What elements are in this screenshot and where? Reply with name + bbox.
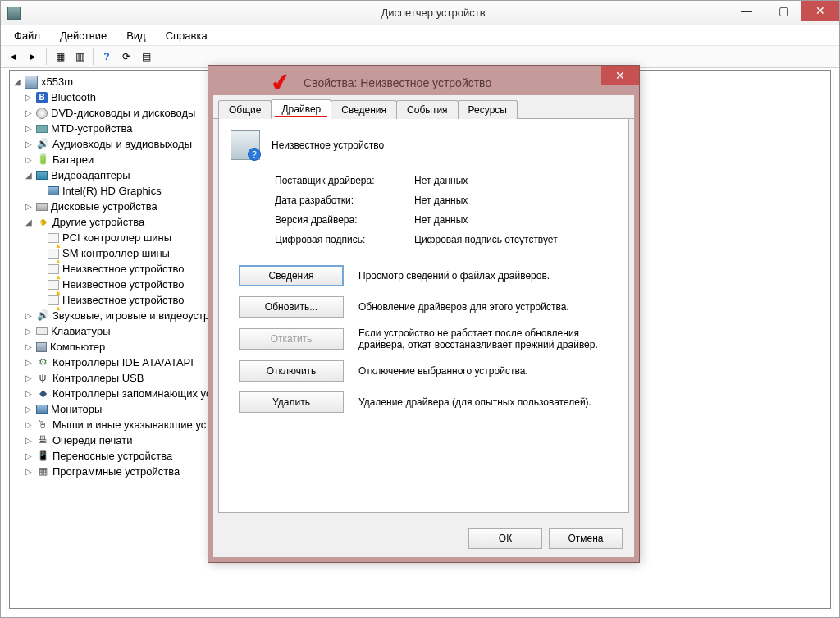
dialog-title-text: Свойства: Неизвестное устройство	[304, 76, 491, 89]
tab-events[interactable]: События	[396, 100, 459, 119]
details-button[interactable]: Сведения	[239, 265, 344, 286]
printer-icon: 🖶	[36, 434, 49, 447]
display-icon	[36, 171, 48, 180]
row-disable: Отключить Отключение выбранного устройст…	[239, 360, 617, 382]
warning-icon	[48, 295, 59, 305]
dvd-icon	[36, 108, 48, 119]
row-details: Сведения Просмотр сведений о файлах драй…	[239, 265, 617, 286]
uninstall-button[interactable]: Удалить	[239, 391, 344, 413]
battery-icon: 🔋	[36, 153, 49, 167]
annotation-checkmark: ✔	[268, 67, 291, 97]
audio-icon: 🔊	[36, 138, 49, 151]
label-signature: Цифровая подпись:	[275, 234, 414, 245]
warning-icon	[48, 280, 59, 290]
label-provider: Поставщик драйвера:	[275, 175, 414, 186]
disable-desc: Отключение выбранного устройства.	[358, 365, 617, 377]
rollback-desc: Если устройство не работает после обновл…	[358, 327, 617, 350]
tab-resources[interactable]: Ресурсы	[458, 100, 518, 119]
device-icon	[231, 130, 260, 160]
usb-icon: ψ	[36, 372, 49, 385]
computer-node-icon	[36, 342, 47, 352]
menu-help[interactable]: Справка	[158, 27, 216, 44]
device-name: Неизвестное устройство	[272, 140, 384, 151]
menu-action[interactable]: Действие	[52, 27, 115, 44]
graphics-icon	[48, 186, 59, 195]
uninstall-desc: Удаление драйвера (для опытных пользоват…	[358, 396, 617, 408]
update-desc: Обновление драйверов для этого устройств…	[358, 301, 617, 313]
mtd-icon	[36, 125, 48, 133]
tab-body: Неизвестное устройство Поставщик драйвер…	[218, 119, 629, 513]
scan-hardware-icon[interactable]: ▤	[137, 48, 155, 66]
other-icon: ◆	[36, 216, 49, 229]
ide-icon: ⚙	[36, 356, 49, 369]
mouse-icon: 🖱	[36, 419, 49, 432]
value-provider: Нет данных	[414, 175, 617, 186]
tab-general[interactable]: Общие	[218, 100, 272, 119]
portable-icon: 📱	[36, 450, 49, 463]
driver-info: Поставщик драйвера: Нет данных Дата разр…	[275, 175, 617, 245]
minimize-button[interactable]: —	[728, 1, 765, 21]
scan-icon[interactable]: ▦	[51, 48, 69, 66]
value-date: Нет данных	[414, 195, 617, 206]
warning-icon	[48, 249, 59, 259]
rollback-button: Откатить	[239, 328, 344, 350]
help-icon[interactable]: ?	[98, 48, 116, 66]
separator	[46, 48, 47, 65]
tab-driver[interactable]: Драйвер	[271, 99, 331, 119]
dialog-titlebar: ✔ Свойства: Неизвестное устройство ✕	[213, 71, 634, 95]
software-icon: ▦	[36, 465, 49, 478]
cancel-button[interactable]: Отмена	[549, 528, 623, 549]
bluetooth-icon: B	[36, 92, 48, 103]
sound-icon: 🔊	[36, 309, 49, 323]
row-update: Обновить... Обновление драйверов для это…	[239, 296, 617, 318]
warning-icon	[48, 233, 59, 243]
menu-view[interactable]: Вид	[118, 27, 154, 44]
menubar: Файл Действие Вид Справка	[1, 25, 839, 45]
separator	[93, 48, 94, 65]
dialog-close-button[interactable]: ✕	[601, 66, 639, 85]
dialog-footer: ОК Отмена	[468, 528, 623, 549]
window-title: Диспетчер устройств	[27, 7, 839, 19]
row-uninstall: Удалить Удаление драйвера (для опытных п…	[239, 391, 617, 413]
device-header: Неизвестное устройство	[231, 130, 617, 160]
value-version: Нет данных	[414, 214, 617, 226]
keyboard-icon	[36, 327, 48, 335]
warning-icon	[48, 264, 59, 274]
app-icon	[7, 7, 21, 20]
monitor-icon	[36, 405, 48, 414]
value-signature: Цифровая подпись отсутствует	[414, 234, 617, 245]
toolbar: ◄ ► ▦ ▥ ? ⟳ ▤	[1, 45, 839, 68]
computer-icon	[25, 76, 38, 89]
properties-icon[interactable]: ▥	[71, 48, 89, 66]
ok-button[interactable]: ОК	[468, 528, 542, 549]
close-button[interactable]: ✕	[801, 1, 839, 21]
tab-strip: Общие Драйвер Сведения События Ресурсы	[213, 95, 634, 119]
titlebar: Диспетчер устройств — ▢ ✕	[1, 1, 839, 25]
refresh-icon[interactable]: ⟳	[117, 48, 135, 66]
maximize-button[interactable]: ▢	[765, 1, 802, 21]
back-icon[interactable]: ◄	[4, 48, 22, 66]
label-date: Дата разработки:	[275, 195, 414, 206]
menu-file[interactable]: Файл	[6, 27, 48, 44]
properties-dialog: ✔ Свойства: Неизвестное устройство ✕ Общ…	[208, 66, 639, 562]
row-rollback: Откатить Если устройство не работает пос…	[239, 327, 617, 350]
update-button[interactable]: Обновить...	[239, 296, 344, 318]
disable-button[interactable]: Отключить	[239, 360, 344, 382]
disk-icon	[36, 203, 48, 211]
tab-details[interactable]: Сведения	[331, 100, 397, 119]
details-desc: Просмотр сведений о файлах драйверов.	[358, 270, 617, 282]
storage-icon: ◆	[36, 387, 49, 401]
forward-icon[interactable]: ►	[24, 48, 42, 66]
label-version: Версия драйвера:	[275, 214, 414, 226]
